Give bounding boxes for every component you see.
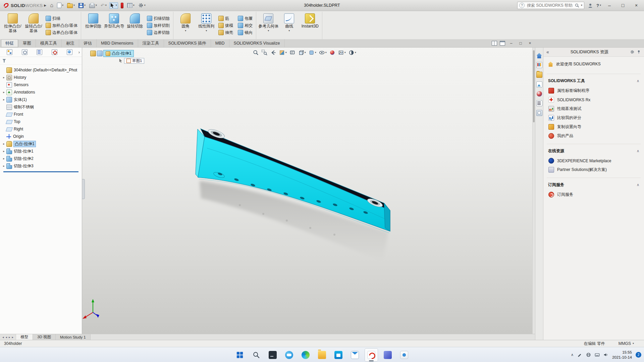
ribbon-button-swept-cut[interactable]: 扫描切除 (147, 16, 170, 21)
hide-show-items-button[interactable]: ▾ (319, 50, 327, 56)
welcome-link[interactable]: 欢迎使用 SOLIDWORKS (543, 57, 644, 70)
item-3dexperience-marketplace[interactable]: 3DEXPERIENCE Marketplace (543, 156, 644, 165)
zoom-area-button[interactable] (262, 50, 268, 56)
network-globe-icon[interactable] (586, 352, 591, 357)
3d-model[interactable] (82, 48, 535, 334)
save-button[interactable]: ▾ (77, 2, 87, 9)
window-close-button[interactable]: × (631, 1, 641, 9)
ribbon-button-wrap[interactable]: 包覆 (238, 16, 253, 21)
tree-item-top-plane[interactable]: Top (1, 118, 82, 125)
item-compare-my-score[interactable]: 比较我的评分 (543, 113, 644, 122)
file-properties-button[interactable]: ▾ (126, 2, 136, 8)
tab-scroll-first-icon[interactable]: ◂ (2, 336, 4, 339)
expand-arrow-icon[interactable]: ▸ (1, 157, 6, 160)
taskbar-clock[interactable]: 15:55 2021-10-14 (612, 350, 632, 360)
expand-arrow-icon[interactable]: ▸ (1, 90, 6, 94)
taskbar-search-button[interactable] (250, 348, 263, 362)
item-my-products[interactable]: 我的产品 (543, 131, 644, 140)
ribbon-button-intersect[interactable]: 相交 (238, 23, 253, 28)
item-solidworks-rx[interactable]: SOLIDWORKS Rx (543, 95, 644, 104)
doc-restore-button[interactable]: □ (517, 40, 524, 46)
tree-item-material[interactable]: 锻制不锈钢 (1, 103, 82, 111)
tab-visualize[interactable]: SOLIDWORKS Visualize (229, 39, 285, 47)
taskbar-paint-button[interactable] (397, 348, 411, 362)
expand-arrow-icon[interactable]: ▸ (1, 142, 6, 145)
ribbon-button-linear-pattern[interactable]: 线性阵列 ▾ (196, 12, 217, 39)
ribbon-button-lofted-cut[interactable]: 放样切割 (147, 23, 170, 28)
displaymanager-tab[interactable] (62, 48, 77, 57)
tree-item-sensors[interactable]: Sensors (1, 81, 82, 88)
menu-expand-icon[interactable]: ▶ (44, 4, 46, 7)
display-style-button[interactable]: ▾ (309, 50, 316, 56)
item-partner-solutions[interactable]: Partner Solutions(解决方案) (543, 165, 644, 174)
user-account-icon[interactable] (588, 3, 593, 8)
previous-view-button[interactable] (270, 50, 276, 56)
window-minimize-button[interactable]: – (604, 1, 614, 9)
tree-item-right-plane[interactable]: Right (1, 125, 82, 133)
breadcrumb-feature[interactable]: 凸台-拉伸1 (104, 50, 133, 57)
zoom-fit-button[interactable] (253, 50, 259, 56)
undo-button[interactable]: ↶▾ (100, 2, 108, 8)
tab-sketch[interactable]: 草图 (18, 39, 36, 47)
ribbon-button-reference-geometry[interactable]: 参考几何体 ▾ (258, 12, 279, 39)
start-button[interactable] (233, 348, 247, 362)
section-collapse-icon[interactable]: ∧ (637, 149, 639, 153)
view-orientation-button[interactable]: ▾ (298, 50, 306, 56)
touch-keyboard-icon[interactable] (595, 352, 600, 357)
tray-expand-icon[interactable]: ∧ (571, 353, 574, 357)
status-units-selector[interactable]: MMGS ▾ (619, 341, 634, 346)
panel-splitter-handle[interactable] (82, 179, 85, 199)
ribbon-button-extruded-boss[interactable]: 拉伸凸台/基体 (2, 12, 23, 39)
taskbar-chat-button[interactable] (282, 348, 296, 362)
ribbon-button-curves[interactable]: 曲线 ▾ (279, 12, 300, 39)
tree-item-origin[interactable]: Origin (1, 133, 82, 140)
options-button[interactable]: ▾ (137, 2, 147, 9)
window-restore-button[interactable]: □ (618, 1, 628, 9)
tree-filter-row[interactable] (0, 57, 82, 65)
notification-badge[interactable]: 2 (636, 352, 641, 358)
tree-root-part[interactable]: 304holder (Default<<Default>_Phot (1, 66, 82, 74)
taskbar-edge-button[interactable] (299, 348, 312, 362)
rebuild-button[interactable] (120, 2, 124, 9)
design-library-icon[interactable] (536, 62, 542, 68)
ribbon-button-mirror[interactable]: 镜向 (238, 30, 253, 36)
section-collapse-icon[interactable]: ∧ (637, 79, 639, 83)
pane-options-gear-icon[interactable] (630, 50, 635, 54)
expand-arrow-icon[interactable]: ▸ (1, 98, 6, 101)
taskbar-terminal-button[interactable] (266, 348, 279, 362)
print-button[interactable]: ▾ (88, 2, 98, 9)
edit-appearance-button[interactable] (329, 50, 335, 56)
split-pane-icon[interactable] (492, 41, 497, 46)
body-icon[interactable] (97, 51, 103, 56)
appearances-scenes-icon[interactable] (537, 91, 542, 97)
ribbon-button-fillet[interactable]: 圆角 ▾ (175, 12, 196, 39)
section-view-button[interactable]: ▾ (279, 50, 287, 56)
section-collapse-icon[interactable]: ∧ (637, 183, 639, 187)
ribbon-button-lofted-boss[interactable]: 放样凸台/基体 (46, 23, 77, 28)
ribbon-button-revolved-boss[interactable]: 旋转凸台/基体 (23, 12, 44, 39)
pane-display-icon[interactable] (500, 41, 505, 46)
tree-item-cut-extrude1[interactable]: ▸ 切除-拉伸1 (1, 147, 82, 155)
ribbon-button-boundary-cut[interactable]: 边界切除 (147, 30, 170, 36)
tab-scroll-last-icon[interactable]: ▸ (12, 336, 14, 339)
taskbar-file-explorer-button[interactable] (315, 348, 329, 362)
propertymanager-tab[interactable] (17, 48, 32, 57)
help-search-box[interactable]: ? ▾ (517, 2, 584, 9)
featuremanager-tab[interactable] (2, 48, 17, 57)
tab-mbd-dimensions[interactable]: MBD Dimensions (97, 39, 138, 47)
new-document-button[interactable]: ▾ (56, 2, 64, 9)
collapse-pane-icon[interactable]: « (546, 49, 549, 55)
open-button[interactable]: ▾ (66, 2, 76, 9)
doc-close-button[interactable]: × (527, 40, 533, 46)
scrollbar-thumb[interactable] (533, 50, 535, 122)
tab-scroll-next-icon[interactable]: ▸ (9, 336, 10, 339)
search-input[interactable] (526, 3, 573, 8)
tab-3d-views[interactable]: 3D 视图 (33, 334, 56, 340)
expand-arrow-icon[interactable]: ▸ (1, 149, 6, 153)
tab-mbd[interactable]: MBD (211, 39, 229, 47)
item-property-tab-builder[interactable]: 属性标签编制程序 (543, 86, 644, 95)
pen-icon[interactable] (577, 352, 582, 357)
taskbar-store-button[interactable] (332, 348, 345, 362)
tab-model[interactable]: 模型 (16, 334, 33, 340)
dimxpertmanager-tab[interactable] (47, 48, 62, 57)
